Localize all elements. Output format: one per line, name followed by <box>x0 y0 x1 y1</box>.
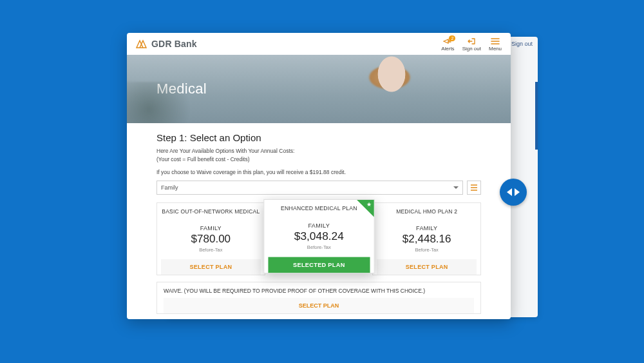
plan-tier: FAMILY <box>308 222 330 228</box>
content-area: Step 1: Select an Option Here Are Your A… <box>127 123 511 319</box>
back-card-scrollbar <box>535 82 538 150</box>
waive-hint: If you choose to Waive coverage in this … <box>156 169 481 175</box>
menu-button[interactable]: Menu <box>489 37 502 52</box>
filter-row: Family <box>156 181 481 195</box>
plan-card-enhanced: ★ ENHANCED MEDICAL PLAN FAMILY $3,048.24… <box>263 199 374 273</box>
selected-plan-button[interactable]: SELECTED PLAN <box>268 257 370 272</box>
megaphone-icon: 2 <box>442 37 453 46</box>
step-subtext-1: Here Are Your Available Options With You… <box>156 147 481 155</box>
chevron-down-icon <box>453 186 459 189</box>
waive-text: WAIVE. (YOU WILL BE REQUIRED TO PROVIDE … <box>164 288 474 294</box>
hero-banner: Medical <box>127 55 511 123</box>
coverage-tier-selected: Family <box>161 184 178 191</box>
top-bar: GDR Bank 2 Alerts Sign out Menu <box>127 33 511 55</box>
arrow-left-icon <box>507 188 512 196</box>
alerts-count-badge: 2 <box>449 35 455 41</box>
signout-icon <box>466 37 477 46</box>
plan-name: ENHANCED MEDICAL PLAN <box>281 205 357 213</box>
plan-name: MEDICAL HMO PLAN 2 <box>396 208 457 216</box>
signout-button[interactable]: Sign out <box>462 37 481 52</box>
hero-image-decor <box>356 55 427 123</box>
plan-tier: FAMILY <box>416 225 437 231</box>
signout-label: Sign out <box>462 46 481 52</box>
plan-name: BASIC OUT-OF-NETWORK MEDICAL <box>162 208 260 216</box>
list-icon <box>470 184 478 191</box>
alerts-button[interactable]: 2 Alerts <box>441 37 454 52</box>
plan-tax-note: Before-Tax <box>307 244 330 250</box>
plan-tax-note: Before-Tax <box>199 247 222 253</box>
plan-tier: FAMILY <box>200 225 222 231</box>
star-icon: ★ <box>366 201 372 207</box>
back-card-signout-label: Sign out <box>511 41 533 47</box>
step-heading: Step 1: Select an Option <box>156 132 481 143</box>
waive-select-button[interactable]: SELECT PLAN <box>164 298 474 313</box>
alerts-label: Alerts <box>441 46 454 52</box>
plan-card-hmo2: MEDICAL HMO PLAN 2 FAMILY $2,448.16 Befo… <box>372 202 481 275</box>
list-view-toggle[interactable] <box>467 181 481 195</box>
plan-card-row: BASIC OUT-OF-NETWORK MEDICAL FAMILY $780… <box>156 202 481 275</box>
plan-card-basic: BASIC OUT-OF-NETWORK MEDICAL FAMILY $780… <box>156 202 265 275</box>
page-title: Medical <box>156 81 207 97</box>
main-window: GDR Bank 2 Alerts Sign out Menu <box>127 33 511 319</box>
coverage-tier-select[interactable]: Family <box>156 181 463 195</box>
carousel-arrows[interactable] <box>500 179 527 206</box>
brand-name: GDR Bank <box>151 39 197 49</box>
select-plan-button[interactable]: SELECT PLAN <box>377 259 477 275</box>
plan-price: $3,048.24 <box>294 230 343 242</box>
menu-label: Menu <box>489 46 502 52</box>
brand-logo-icon <box>135 39 147 49</box>
waive-card: WAIVE. (YOU WILL BE REQUIRED TO PROVIDE … <box>156 282 481 314</box>
plan-price: $2,448.16 <box>402 233 451 246</box>
top-nav: 2 Alerts Sign out Menu <box>441 37 502 52</box>
plan-price: $780.00 <box>191 233 231 246</box>
hamburger-icon <box>490 37 500 46</box>
step-subtext-2: (Your cost = Full benefit cost - Credits… <box>156 155 481 164</box>
plan-tax-note: Before-Tax <box>415 247 439 253</box>
brand[interactable]: GDR Bank <box>135 39 197 49</box>
arrow-right-icon <box>515 188 520 196</box>
select-plan-button[interactable]: SELECT PLAN <box>161 259 261 275</box>
